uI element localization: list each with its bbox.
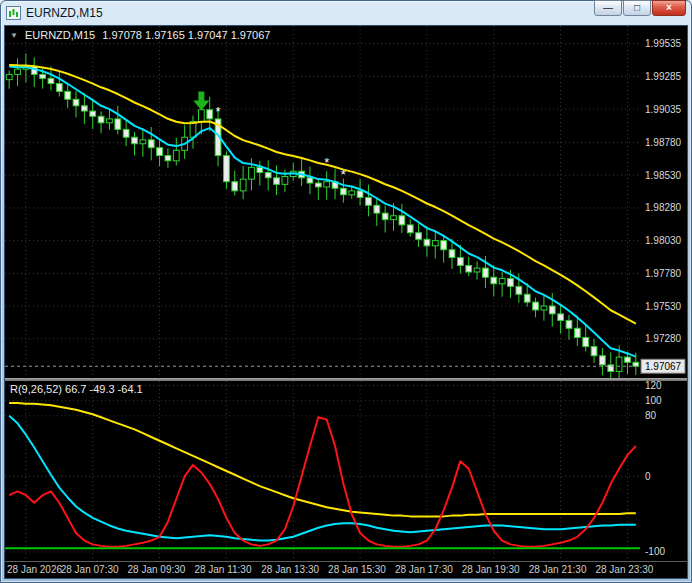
- svg-text:1.99285: 1.99285: [645, 71, 682, 82]
- svg-text:1.99035: 1.99035: [645, 104, 682, 115]
- time-axis-label: 28 Jan 19:30: [462, 564, 520, 575]
- symbol-dropdown-icon[interactable]: ▼: [10, 31, 18, 40]
- close-button[interactable]: ×: [652, 0, 686, 16]
- svg-text:1.98780: 1.98780: [645, 137, 682, 148]
- svg-text:1.99535: 1.99535: [645, 38, 682, 49]
- indicator-chart-svg[interactable]: 120100800-100: [5, 381, 687, 561]
- indicator-label: R(9,26,52) 66.7 -49.3 -64.1: [10, 383, 143, 395]
- time-axis-label: 28 Jan 2026: [7, 564, 62, 575]
- svg-text:120: 120: [645, 381, 662, 391]
- time-axis-label: 28 Jan 17:30: [395, 564, 453, 575]
- time-axis-label: 28 Jan 09:30: [128, 564, 186, 575]
- time-axis-label: 28 Jan 23:30: [595, 564, 653, 575]
- svg-text:*: *: [324, 155, 329, 170]
- chart-content: 1.995351.992851.990351.987801.985301.982…: [4, 25, 688, 579]
- svg-text:1.97280: 1.97280: [645, 333, 682, 344]
- svg-text:0: 0: [645, 471, 651, 482]
- svg-text:-100: -100: [645, 546, 665, 557]
- svg-text:1.97780: 1.97780: [645, 268, 682, 279]
- chart-window-icon: [6, 6, 21, 20]
- svg-text:1.97530: 1.97530: [645, 301, 682, 312]
- svg-text:80: 80: [645, 410, 657, 421]
- ohlc-values: 1.97078 1.97165 1.97047 1.97067: [102, 29, 270, 41]
- time-axis-label: 28 Jan 13:30: [261, 564, 319, 575]
- main-chart-svg[interactable]: 1.995351.992851.990351.987801.985301.982…: [5, 26, 687, 378]
- restore-button[interactable]: □: [623, 0, 651, 16]
- svg-text:1.98030: 1.98030: [645, 235, 682, 246]
- time-axis-label: 28 Jan 15:30: [328, 564, 386, 575]
- time-axis-label: 28 Jan 11:30: [194, 564, 251, 575]
- time-axis-label: 28 Jan 21:30: [529, 564, 587, 575]
- minimize-button[interactable]: —: [594, 0, 622, 16]
- time-axis-label: 28 Jan 07:30: [61, 564, 119, 575]
- titlebar[interactable]: EURNZD,M15 — □ ×: [4, 1, 688, 25]
- svg-text:1.98280: 1.98280: [645, 202, 682, 213]
- svg-text:*: *: [341, 167, 346, 182]
- window-title: EURNZD,M15: [26, 6, 589, 20]
- indicator-panel[interactable]: 120100800-100 R(9,26,52) 66.7 -49.3 -64.…: [5, 381, 687, 561]
- ohlc-label: ▼ EURNZD,M15 1.97078 1.97165 1.97047 1.9…: [10, 29, 270, 41]
- window-controls: — □ ×: [594, 0, 686, 16]
- symbol-label: EURNZD,M15: [25, 29, 95, 41]
- svg-text:*: *: [216, 104, 221, 119]
- svg-text:100: 100: [645, 395, 662, 406]
- main-chart-panel[interactable]: 1.995351.992851.990351.987801.985301.982…: [5, 26, 687, 378]
- chart-window: EURNZD,M15 — □ × 1.995351.992851.990351.…: [0, 0, 692, 583]
- time-axis: 28 Jan 202628 Jan 07:3028 Jan 09:3028 Ja…: [5, 561, 687, 578]
- svg-text:1.98530: 1.98530: [645, 170, 682, 181]
- svg-text:1.97067: 1.97067: [645, 361, 682, 372]
